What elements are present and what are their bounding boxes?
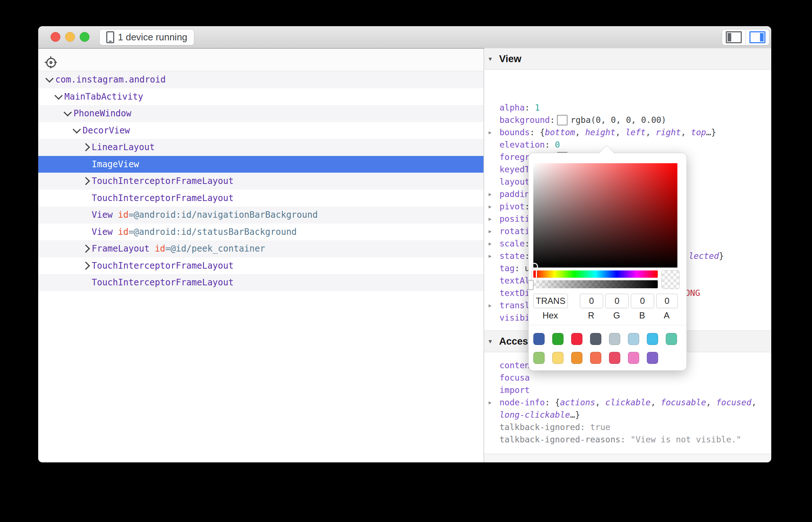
palette-swatch[interactable] xyxy=(628,352,639,364)
tree-row-maintabactivity[interactable]: MainTabActivity xyxy=(38,88,483,105)
property-row[interactable]: conten xyxy=(484,359,530,372)
blue-input[interactable]: 0 xyxy=(631,294,654,308)
property-row[interactable]: ▶paddin xyxy=(484,188,530,200)
hue-slider-handle[interactable] xyxy=(532,269,537,280)
zoom-window-button[interactable] xyxy=(80,32,89,42)
gradient-cursor[interactable] xyxy=(531,263,538,270)
tree-node-label: ImageView xyxy=(92,159,139,169)
tree-row-imageview[interactable]: ImageView xyxy=(38,156,483,173)
disclosure-triangle-icon[interactable]: ▶ xyxy=(489,253,491,259)
palette-swatch[interactable] xyxy=(533,333,545,345)
tree-row-framelayout[interactable]: FrameLayout id=@id/peek_container xyxy=(38,240,483,257)
property-row[interactable]: import xyxy=(484,384,530,396)
toggle-right-panel-button[interactable] xyxy=(745,29,769,45)
palette-swatch[interactable] xyxy=(666,333,677,345)
property-value: long-clickable xyxy=(499,410,570,419)
property-row[interactable]: long-clickable…} xyxy=(484,409,580,421)
disclosure-triangle-icon[interactable]: ▶ xyxy=(489,302,491,308)
property-row[interactable]: background:rgba(0, 0, 0, 0.00) xyxy=(484,114,666,126)
property-row[interactable]: ▶state: xyxy=(484,250,530,262)
palette-swatch[interactable] xyxy=(552,333,564,345)
minimize-window-button[interactable] xyxy=(65,32,75,42)
property-value: bottom xyxy=(545,128,575,137)
property-row[interactable]: ▶transl xyxy=(484,299,530,312)
alpha-slider-handle[interactable] xyxy=(528,280,534,290)
property-value: left xyxy=(625,128,645,137)
disclosure-triangle-icon[interactable]: ▶ xyxy=(489,216,491,222)
property-name: textAl xyxy=(499,276,530,285)
red-input[interactable]: 0 xyxy=(580,294,603,308)
property-name: import xyxy=(499,385,530,395)
palette-swatch[interactable] xyxy=(552,352,564,364)
tree-row-touchinterceptorframelayout[interactable]: TouchInterceptorFrameLayout xyxy=(38,257,483,274)
alpha-input[interactable]: 0 xyxy=(656,294,678,308)
palette-swatch[interactable] xyxy=(571,352,582,364)
target-locator-icon[interactable] xyxy=(45,56,57,69)
property-value: actions xyxy=(560,398,595,407)
palette-swatch[interactable] xyxy=(609,333,620,345)
palette-swatch[interactable] xyxy=(609,352,620,364)
property-value: : xyxy=(550,115,555,125)
toggle-left-panel-button[interactable] xyxy=(722,29,745,45)
palette-swatch[interactable] xyxy=(533,352,545,364)
property-row[interactable]: talkback-ignored-reasons: "View is not v… xyxy=(484,433,741,446)
property-row[interactable]: alpha: 1 xyxy=(484,101,540,114)
hex-label: Hex xyxy=(533,310,567,321)
property-row[interactable]: textAl xyxy=(484,274,530,287)
tree-row-touchinterceptorframelayout[interactable]: TouchInterceptorFrameLayout xyxy=(38,274,483,291)
property-row[interactable]: textDi xyxy=(484,287,530,299)
tree-row-view[interactable]: View id=@android:id/statusBarBackground xyxy=(38,224,483,241)
property-row[interactable]: ▶node-info: {actions, clickable, focusab… xyxy=(484,396,756,409)
tree-row-view[interactable]: View id=@android:id/navigationBarBackgro… xyxy=(38,206,483,224)
id-attribute-name: id xyxy=(113,210,128,220)
device-running-button[interactable]: 1 device running xyxy=(99,29,194,45)
palette-swatch[interactable] xyxy=(647,333,658,345)
color-value-swatch[interactable] xyxy=(557,115,568,125)
property-row[interactable]: focusa xyxy=(484,372,530,384)
property-row[interactable]: elevation: 0 xyxy=(484,138,560,151)
property-row[interactable]: ▶rotati xyxy=(484,225,530,237)
disclosure-triangle-icon[interactable]: ▶ xyxy=(489,129,491,135)
property-row[interactable]: ▶pivot: xyxy=(484,200,530,213)
alpha-slider[interactable] xyxy=(533,280,658,288)
property-value: clickable xyxy=(605,398,651,407)
palette-swatch[interactable] xyxy=(590,352,601,364)
hue-slider[interactable] xyxy=(533,270,658,278)
tree-row-touchinterceptorframelayout[interactable]: TouchInterceptorFrameLayout xyxy=(38,190,483,207)
saturation-value-gradient[interactable] xyxy=(533,163,677,268)
hex-input[interactable]: TRANS xyxy=(533,294,568,308)
disclosure-triangle-icon[interactable]: ▶ xyxy=(489,399,491,405)
property-row[interactable]: tag: u xyxy=(484,262,530,274)
property-name: conten xyxy=(499,361,530,370)
disclosure-triangle-icon[interactable]: ▶ xyxy=(489,241,491,246)
close-window-button[interactable] xyxy=(51,32,60,42)
disclosure-triangle-icon[interactable]: ▶ xyxy=(489,228,491,234)
color-picker-popover: TRANS 0 0 0 0 Hex R G B A xyxy=(528,153,687,371)
disclosure-triangle-icon[interactable]: ▶ xyxy=(489,204,491,209)
window-toolbar: 1 device running xyxy=(38,26,771,49)
property-row[interactable]: visibi xyxy=(484,312,530,324)
tree-node-label: LinearLayout xyxy=(92,142,155,152)
tree-row-decorview[interactable]: DecorView xyxy=(38,122,483,139)
property-name: visibi xyxy=(499,313,530,322)
view-section-header[interactable]: ▼ View xyxy=(484,48,771,70)
property-row[interactable]: ▶scale: xyxy=(484,237,530,250)
palette-swatch[interactable] xyxy=(571,333,582,345)
property-value: focusable xyxy=(661,398,706,407)
tree-row-touchinterceptorframelayout[interactable]: TouchInterceptorFrameLayout xyxy=(38,173,483,190)
tree-row-com.instagram.android[interactable]: com.instagram.android xyxy=(38,71,483,88)
palette-swatch[interactable] xyxy=(590,333,601,345)
tree-node-label: TouchInterceptorFrameLayout xyxy=(92,176,234,186)
palette-swatch[interactable] xyxy=(628,333,639,345)
green-input[interactable]: 0 xyxy=(605,294,629,308)
property-row[interactable]: layout xyxy=(484,176,530,188)
palette-swatch[interactable] xyxy=(647,352,658,364)
tree-row-linearlayout[interactable]: LinearLayout xyxy=(38,139,483,156)
view-hierarchy-tree: com.instagram.androidMainTabActivityPhon… xyxy=(38,71,483,291)
property-row[interactable]: talkback-ignored: true xyxy=(484,421,610,433)
tree-row-phonewindow[interactable]: PhoneWindow xyxy=(38,105,483,122)
property-row[interactable]: ▶positi xyxy=(484,213,530,225)
property-row[interactable]: ▶bounds: {bottom, height, left, right, t… xyxy=(484,126,716,138)
tree-node-label: PhoneWindow xyxy=(73,108,131,119)
disclosure-triangle-icon[interactable]: ▶ xyxy=(489,191,491,197)
